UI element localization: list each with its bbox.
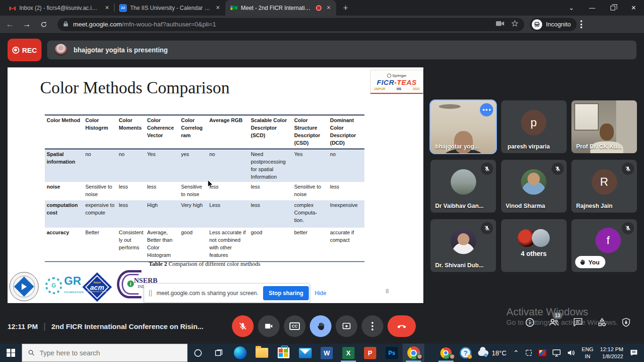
excel-icon: X <box>342 347 355 359</box>
mic-toggle-button[interactable] <box>232 315 254 337</box>
conference-city: JAIPUR <box>374 87 385 90</box>
header-cell: Color Histogrm <box>83 115 117 149</box>
new-tab-button[interactable]: + <box>339 1 352 15</box>
presenting-banner: bhajgotar yogita is presenting <box>47 41 636 59</box>
captions-button[interactable]: CC <box>284 315 305 337</box>
mic-muted-icon <box>481 163 493 175</box>
task-view-button[interactable] <box>208 344 229 362</box>
table-row: accuracy Better Consistent ly out perfor… <box>45 228 364 262</box>
notification-center-button[interactable] <box>627 344 644 362</box>
mic-muted-icon <box>552 163 564 175</box>
tile-rajnesh[interactable]: R Rajnesh Jain <box>571 160 637 213</box>
search-input[interactable] <box>40 349 167 357</box>
call-controls: CC <box>232 309 416 344</box>
taskbar-store[interactable] <box>272 344 294 362</box>
tile-prof-ck[interactable]: Prof Dr. CK Ku... <box>571 100 637 153</box>
presenter-avatar <box>55 44 67 56</box>
taskbar-word[interactable]: W <box>316 344 338 362</box>
browser-menu-button[interactable] <box>580 20 582 28</box>
reload-button[interactable] <box>37 17 51 32</box>
drag-handle-icon[interactable] <box>149 290 152 296</box>
mic-muted-icon <box>622 222 634 234</box>
browser-tab-strip: Inbox (2) - ficrs4@iisuniv.ac.in - T ✕ 2… <box>0 0 644 16</box>
taskbar-excel[interactable]: X <box>338 344 359 362</box>
end-call-button[interactable] <box>388 315 416 337</box>
tab-gmail[interactable]: Inbox (2) - ficrs4@iisuniv.ac.in - T ✕ <box>4 0 115 16</box>
volume-icon[interactable] <box>564 344 578 362</box>
presentation-slide: Color Methods Comparison Springer FICR-T… <box>8 67 423 303</box>
rec-label: REC <box>22 46 37 54</box>
tile-others[interactable]: 4 others <box>501 219 567 272</box>
tile-shivani[interactable]: Dr. Shivani Dub... <box>430 219 496 272</box>
address-bar[interactable]: meet.google.com/mfn-wouo-haf?authuser=0&… <box>58 18 524 31</box>
tab-close-icon[interactable]: ✕ <box>214 4 222 12</box>
present-button[interactable] <box>336 315 357 337</box>
tab-close-icon[interactable]: ✕ <box>325 4 332 12</box>
activities-button[interactable] <box>596 317 608 328</box>
tab-recording-indicator-icon <box>316 5 322 11</box>
lock-icon <box>63 21 68 28</box>
cortana-button[interactable] <box>188 344 208 362</box>
taskbar-photoshop[interactable]: Ps <box>381 344 403 362</box>
tile-paresh-virparia[interactable]: p paresh virparia <box>501 100 567 153</box>
camera-toggle-button[interactable] <box>258 315 280 337</box>
taskbar-chrome-secondary[interactable] <box>435 344 457 362</box>
csi-play-icon <box>22 283 27 290</box>
incognito-label: Incognito <box>546 21 571 28</box>
tile-menu-button[interactable] <box>480 103 493 116</box>
tab-close-icon[interactable]: ✕ <box>103 4 111 12</box>
meet-icon <box>230 4 238 12</box>
start-button[interactable] <box>0 344 22 362</box>
windows-taskbar: W X P Ps ? 18°C ⌃ ENG IN <box>0 344 644 362</box>
meeting-details-button[interactable] <box>524 317 536 328</box>
participant-name: Prof Dr. CK Ku... <box>576 143 622 150</box>
hide-link[interactable]: Hide <box>314 290 326 296</box>
taskbar-mail[interactable] <box>294 344 316 362</box>
raise-hand-button[interactable] <box>310 315 331 337</box>
tab-calendar[interactable]: 22 The IIS University - Calendar - We ✕ <box>115 0 225 16</box>
help-app-button[interactable]: ? <box>457 344 474 362</box>
participant-grid: bhajgotar yog... p paresh virparia Prof … <box>430 100 637 272</box>
language-indicator[interactable]: ENG IN <box>578 346 597 360</box>
taskbar-search[interactable] <box>22 344 188 362</box>
clock-widget[interactable]: 12:12 PM 1/8/2022 <box>597 346 627 360</box>
header-cell: Average RGB <box>207 115 249 149</box>
folder-icon <box>256 348 268 358</box>
taskbar-powerpoint[interactable]: P <box>359 344 381 362</box>
media-camera-indicator-icon[interactable] <box>496 20 504 28</box>
participants-button[interactable]: 13 <box>548 317 560 328</box>
tile-vaibhav[interactable]: Dr Vaibhav Gan... <box>430 160 496 213</box>
bookmark-star-icon[interactable] <box>511 20 519 29</box>
tile-bhajgotar-yogita[interactable]: bhajgotar yog... <box>430 100 496 153</box>
browser-menu-chevron-icon[interactable]: ⌄ <box>561 0 582 16</box>
tile-vinod[interactable]: Vinod Sharma <box>501 160 567 213</box>
stop-sharing-button[interactable]: Stop sharing <box>263 286 309 300</box>
avatar: f <box>595 228 621 253</box>
taskbar-edge[interactable] <box>229 344 251 362</box>
network-display-icon[interactable] <box>549 344 564 362</box>
back-button[interactable]: ← <box>3 17 17 32</box>
incognito-badge[interactable]: Incognito <box>530 18 577 31</box>
close-window-button[interactable]: ✕ <box>623 0 644 16</box>
tray-time: 12:12 PM <box>600 346 623 353</box>
forward-button[interactable]: → <box>20 17 34 32</box>
minimize-button[interactable]: — <box>582 0 603 16</box>
weather-widget[interactable]: 18°C <box>474 349 510 357</box>
meet-bottom-bar: 12:11 PM | 2nd FICR International Confer… <box>0 309 644 344</box>
tablet-mode-icon[interactable] <box>522 344 536 362</box>
more-options-button[interactable] <box>362 315 383 337</box>
tray-expand-button[interactable]: ⌃ <box>510 344 522 362</box>
tile-you[interactable]: f You <box>571 219 637 272</box>
taskbar-chrome-active[interactable] <box>403 344 424 362</box>
avatar: p <box>521 110 546 135</box>
tab-meet-active[interactable]: Meet - 2nd FICR Internationa ✕ <box>225 0 336 16</box>
taskbar-file-explorer[interactable] <box>251 344 272 362</box>
chat-button[interactable] <box>572 317 584 328</box>
table-header-row: Color Method Color Histogrm Color Moment… <box>45 115 364 149</box>
url-domain: meet.google.com <box>73 21 122 28</box>
powerpoint-icon: P <box>364 347 376 359</box>
tray-app-icon[interactable] <box>536 344 549 362</box>
participant-name: paresh virparia <box>508 143 550 150</box>
host-controls-button[interactable] <box>620 317 632 328</box>
restore-button[interactable] <box>603 0 623 16</box>
